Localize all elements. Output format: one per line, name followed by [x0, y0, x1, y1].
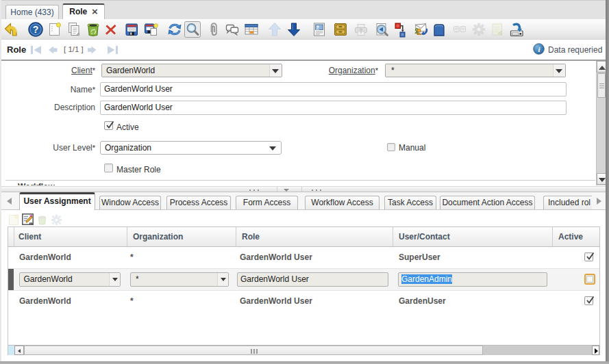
svg-text:?: ?: [32, 24, 38, 35]
